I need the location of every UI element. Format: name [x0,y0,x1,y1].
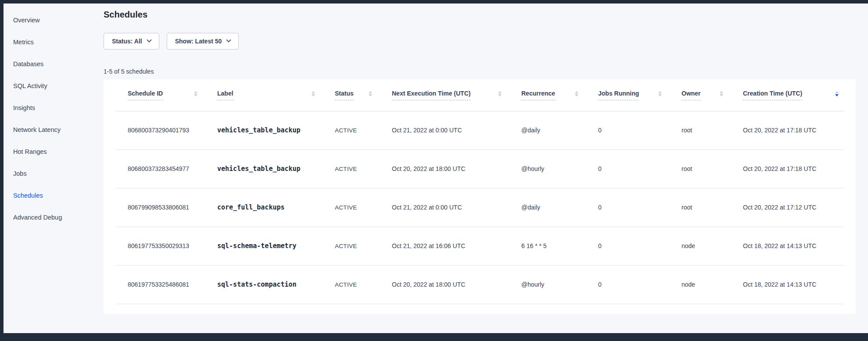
next-execution-cell: Oct 21, 2022 at 16:06 UTC [392,227,521,265]
column-header[interactable]: Label [217,79,335,111]
owner-cell: node [681,265,743,304]
column-header[interactable]: Status [335,79,392,111]
table-header-row: Schedule ID Label Status Next Execu [115,79,844,111]
table-row: 806800373283454977 vehicles_table_backup… [115,149,844,188]
recurrence-cell: @hourly [521,149,598,188]
chevron-down-icon [147,38,151,43]
jobs-running-cell: 0 [598,265,681,304]
sidebar-item[interactable]: Jobs [4,163,104,185]
sidebar-item[interactable]: Databases [4,53,104,75]
column-header[interactable]: Recurrence [521,79,598,111]
creation-time-cell: Oct 20, 2022 at 17:18 UTC [743,149,844,188]
column-header-label: Recurrence [521,90,555,100]
owner-cell: root [681,188,743,227]
sort-desc-arrow-icon [312,94,315,96]
table-row: 806197753325486081 sql-stats-compaction … [115,265,844,304]
sort-icon[interactable] [194,91,197,96]
main-content: Schedules Status: All Show: Latest 50 1-… [104,10,856,314]
label-cell: sql-schema-telemetry [217,227,335,265]
sidebar-nav-list: Overview Metrics Databases SQL Activity … [4,9,104,228]
recurrence-cell: @daily [521,188,598,227]
column-header[interactable]: Creation Time (UTC) [743,79,844,111]
column-header[interactable]: Owner [681,79,743,111]
recurrence-cell: 6 16 * * 5 [521,227,598,265]
schedules-table-card: Schedule ID Label Status Next Execu [104,79,856,314]
jobs-running-cell: 0 [598,227,681,265]
sidebar-item[interactable]: Insights [4,97,104,119]
sort-desc-arrow-icon [575,94,578,96]
column-header[interactable]: Next Execution Time (UTC) [392,79,521,111]
chevron-down-icon [226,38,231,43]
column-header-label: Label [217,90,233,100]
sort-asc-arrow-icon [575,91,578,93]
sidebar-item-label: Schedules [13,192,43,199]
schedule-id-cell: 806197753325486081 [115,265,217,304]
schedule-id-cell: 806197753350029313 [115,227,217,265]
column-header-label: Status [335,90,354,100]
sort-desc-arrow-icon [835,94,839,96]
sort-desc-arrow-icon [194,94,197,96]
label-cell: vehicles_table_backup [217,149,335,188]
column-header[interactable]: Schedule ID [115,79,217,111]
sort-icon[interactable] [498,91,502,96]
table-body: 806800373290401793 vehicles_table_backup… [115,111,844,304]
column-header[interactable]: Jobs Running [598,79,681,111]
sidebar-item-label: Hot Ranges [13,148,47,155]
sidebar-item[interactable]: Hot Ranges [4,141,104,163]
sidebar-item-label: Overview [13,17,39,24]
sort-icon[interactable] [835,91,839,96]
sidebar-item[interactable]: Metrics [4,31,104,53]
page-title: Schedules [104,10,856,20]
next-execution-cell: Oct 21, 2022 at 0:00 UTC [392,188,521,227]
sort-icon[interactable] [658,91,662,96]
sort-asc-arrow-icon [369,91,372,93]
creation-time-cell: Oct 18, 2022 at 14:13 UTC [743,265,844,304]
sidebar-item[interactable]: Overview [4,9,104,31]
schedule-id-cell: 806800373283454977 [115,149,217,188]
status-cell: ACTIVE [335,265,392,304]
next-execution-cell: Oct 20, 2022 at 18:00 UTC [392,149,521,188]
sidebar-item-label: SQL Activity [13,82,47,89]
sort-icon[interactable] [575,91,578,96]
next-execution-cell: Oct 21, 2022 at 0:00 UTC [392,111,521,149]
sort-desc-arrow-icon [498,94,502,96]
sidebar-item-label: Databases [13,60,43,67]
sidebar-item[interactable]: SQL Activity [4,75,104,97]
sidebar: Overview Metrics Databases SQL Activity … [4,4,104,333]
schedule-id-cell: 806799098533806081 [115,188,217,227]
sort-icon[interactable] [312,91,315,96]
status-cell: ACTIVE [335,111,392,149]
sort-icon[interactable] [720,91,723,96]
sort-desc-arrow-icon [369,94,372,96]
sidebar-item[interactable]: Advanced Debug [4,206,104,228]
sidebar-item[interactable]: Network Latency [4,119,104,141]
sort-asc-arrow-icon [498,91,502,93]
column-header-label: Creation Time (UTC) [743,90,802,100]
sort-desc-arrow-icon [720,94,723,96]
sidebar-item[interactable]: Schedules [4,185,104,206]
results-count: 1-5 of 5 schedules [104,68,856,75]
label-cell: vehicles_table_backup [217,111,335,149]
sort-asc-arrow-icon [658,91,662,93]
column-header-label: Owner [681,90,701,100]
owner-cell: node [681,227,743,265]
column-header-label: Next Execution Time (UTC) [392,90,470,100]
schedule-id-cell: 806800373290401793 [115,111,217,149]
column-header-label: Jobs Running [598,90,639,100]
filter-dropdown[interactable]: Show: Latest 50 [167,33,239,50]
table-row: 806197753350029313 sql-schema-telemetry … [115,227,844,265]
sidebar-item-label: Network Latency [13,126,61,133]
filter-dropdown[interactable]: Status: All [104,33,159,50]
next-execution-cell: Oct 20, 2022 at 18:00 UTC [392,265,521,304]
recurrence-cell: @daily [521,111,598,149]
page: Overview Metrics Databases SQL Activity … [4,4,868,333]
sidebar-item-label: Metrics [13,39,34,46]
sort-asc-arrow-icon [312,91,315,93]
sidebar-item-label: Jobs [13,170,27,177]
filter-bar: Status: All Show: Latest 50 [104,33,856,50]
label-cell: sql-stats-compaction [217,265,335,304]
status-cell: ACTIVE [335,149,392,188]
sort-icon[interactable] [369,91,372,96]
sidebar-item-label: Insights [13,104,35,111]
status-cell: ACTIVE [335,188,392,227]
